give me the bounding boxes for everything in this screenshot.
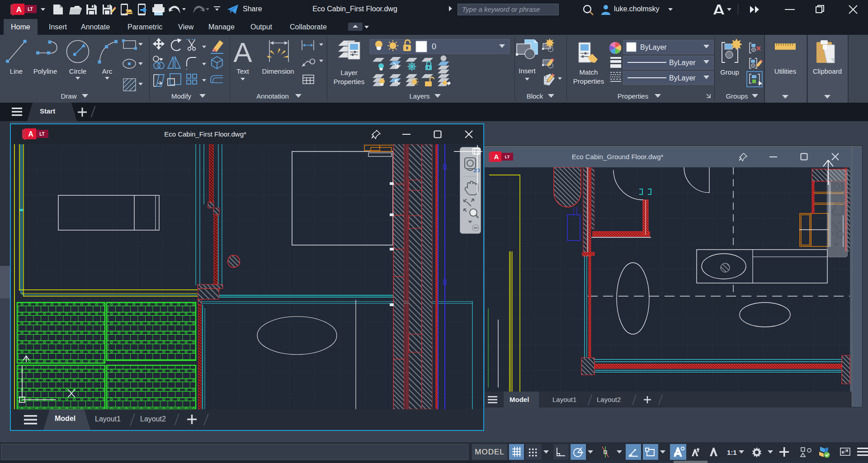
svg-text:1:1: 1:1 (727, 449, 737, 456)
svg-text:0: 0 (432, 42, 436, 51)
svg-text:Utilities: Utilities (774, 67, 796, 75)
svg-text:A: A (233, 37, 252, 68)
svg-text:Draw: Draw (61, 92, 76, 100)
svg-text:Properties: Properties (573, 77, 604, 85)
svg-text:ByLayer: ByLayer (669, 74, 696, 82)
svg-text:Group: Group (720, 68, 739, 76)
svg-text:Match: Match (580, 68, 598, 76)
svg-text:Circle: Circle (69, 67, 86, 75)
svg-text:Line: Line (10, 67, 23, 75)
svg-text:Text: Text (236, 67, 249, 75)
svg-text:Layers: Layers (409, 92, 429, 100)
svg-text:2D: 2D (473, 168, 480, 173)
svg-text:Layer: Layer (340, 69, 358, 76)
svg-text:Annotation: Annotation (256, 92, 289, 100)
svg-text:Block: Block (527, 92, 543, 100)
svg-text:Insert: Insert (519, 67, 536, 75)
svg-text:Properties: Properties (334, 78, 364, 85)
svg-text:Properties: Properties (618, 92, 648, 100)
svg-text:Polyline: Polyline (33, 67, 57, 75)
svg-text:ByLayer: ByLayer (640, 43, 667, 51)
svg-text:Arc: Arc (102, 67, 113, 75)
svg-text:Modify: Modify (171, 92, 192, 100)
svg-text:Dimension: Dimension (262, 67, 294, 75)
svg-text:Clipboard: Clipboard (813, 67, 842, 75)
svg-text:ByLayer: ByLayer (669, 59, 696, 66)
svg-text:Groups: Groups (726, 92, 748, 100)
